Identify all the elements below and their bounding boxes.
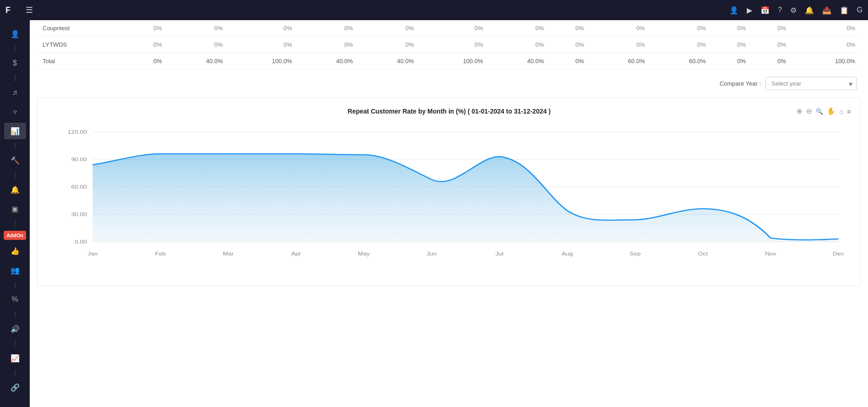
- svg-text:Apr: Apr: [291, 251, 301, 256]
- data-table: Coupntest 0% 0% 0% 0% 0% 0% 0% 0% 0% 0% …: [39, 20, 859, 70]
- sidebar-item-trending[interactable]: 📈: [4, 350, 26, 366]
- svg-text:120.00: 120.00: [68, 129, 87, 135]
- table-cell: 0%: [790, 37, 859, 53]
- play-icon[interactable]: ▶: [747, 6, 752, 15]
- sidebar-dots-4[interactable]: ⋮: [12, 171, 18, 179]
- table-cell: 0%: [487, 37, 548, 53]
- row-label: LYTWDS: [39, 37, 125, 53]
- app-logo: F: [5, 5, 26, 15]
- table-cell: 100.0%: [790, 53, 859, 70]
- sidebar-dots-6[interactable]: ⋮: [12, 281, 18, 288]
- table-cell: 0%: [296, 37, 356, 53]
- sidebar-item-music[interactable]: ♬: [4, 84, 26, 101]
- table-cell: 40.0%: [487, 53, 548, 70]
- compare-year-label: Compare Year :: [720, 80, 761, 87]
- table-cell: 0%: [417, 37, 486, 53]
- person-icon: 👥: [11, 266, 20, 275]
- trending-icon: 📈: [11, 354, 20, 363]
- sidebar: 👤 ⋮ $ ⋮ ♬ ▿ 📊 ⋮ 🔨 ⋮ 🔔 ▣ ⋮ AddOn 👍 👥 ⋮ % …: [0, 20, 30, 407]
- sidebar-item-board[interactable]: ▣: [4, 201, 26, 217]
- table-row: LYTWDS 0% 0% 0% 0% 0% 0% 0% 0% 0% 0% 0% …: [39, 37, 859, 53]
- user-sidebar-icon: 👤: [11, 30, 20, 38]
- svg-text:Oct: Oct: [698, 251, 708, 256]
- clipboard-icon[interactable]: 📋: [840, 6, 849, 15]
- table-cell: 0%: [749, 37, 790, 53]
- table-cell: 0%: [548, 20, 588, 37]
- zoom-out-icon[interactable]: ⊖: [806, 107, 812, 115]
- sidebar-item-dollar[interactable]: $: [4, 55, 26, 71]
- sidebar-item-filter[interactable]: ▿: [4, 103, 26, 120]
- table-row: Coupntest 0% 0% 0% 0% 0% 0% 0% 0% 0% 0% …: [39, 20, 859, 37]
- sidebar-dots-5[interactable]: ⋮: [12, 220, 18, 227]
- table-cell: 0%: [125, 53, 166, 70]
- sidebar-dots-9[interactable]: ⋮: [12, 369, 18, 376]
- zoom-in-icon[interactable]: ⊕: [797, 107, 803, 115]
- chart-area: [92, 154, 838, 242]
- sidebar-item-tools[interactable]: 🔨: [4, 152, 26, 168]
- chart-svg: 120.00 90.00 60.00 30.00 0.00 Jan: [47, 123, 851, 278]
- svg-text:Dec: Dec: [833, 251, 844, 256]
- table-row-total: Total 0% 40.0% 100.0% 40.0% 40.0% 100.0%…: [39, 53, 859, 70]
- sidebar-dots-2[interactable]: ⋮: [12, 74, 18, 81]
- sidebar-item-percent[interactable]: %: [4, 291, 26, 308]
- chart-container: 120.00 90.00 60.00 30.00 0.00 Jan: [47, 123, 851, 278]
- row-label: Coupntest: [39, 20, 125, 37]
- calendar-icon[interactable]: 📅: [760, 6, 770, 15]
- menu-chart-icon[interactable]: ≡: [847, 108, 851, 115]
- table-cell: 0%: [710, 53, 750, 70]
- table-cell: 60.0%: [648, 53, 709, 70]
- chart-header: Repeat Customer Rate by Month in (%) ( 0…: [47, 107, 851, 115]
- speaker-icon: 🔊: [11, 325, 20, 333]
- home-chart-icon[interactable]: ⌂: [839, 108, 843, 115]
- bell-icon: 🔔: [11, 185, 20, 194]
- notification-icon[interactable]: 🔔: [805, 6, 814, 15]
- table-cell: 0%: [356, 20, 417, 37]
- sidebar-dots-3[interactable]: ⋮: [12, 142, 18, 149]
- sidebar-dots-1[interactable]: ⋮: [12, 45, 18, 52]
- hamburger-icon[interactable]: ☰: [26, 5, 33, 15]
- row-label: Total: [39, 53, 125, 70]
- table-cell: 0%: [588, 20, 648, 37]
- svg-text:0.00: 0.00: [75, 239, 87, 244]
- megaphone-icon[interactable]: 📤: [822, 6, 831, 15]
- settings-icon[interactable]: ⚙: [790, 6, 797, 15]
- sidebar-item-thumbs[interactable]: 👍: [4, 243, 26, 259]
- table-cell: 60.0%: [588, 53, 648, 70]
- select-year-wrapper: Select year 2023 2022 2021: [766, 77, 857, 90]
- table-cell: 40.0%: [356, 53, 417, 70]
- table-cell: 0%: [710, 20, 750, 37]
- sidebar-item-speaker[interactable]: 🔊: [4, 320, 26, 337]
- pan-icon[interactable]: ✋: [827, 107, 836, 115]
- percent-icon: %: [11, 295, 18, 304]
- table-cell: 100.0%: [417, 53, 486, 70]
- sidebar-dots-8[interactable]: ⋮: [12, 340, 18, 347]
- addon-button[interactable]: AddOn: [4, 231, 26, 240]
- chart-icon: 📊: [11, 127, 20, 136]
- table-section: Coupntest 0% 0% 0% 0% 0% 0% 0% 0% 0% 0% …: [30, 20, 868, 70]
- user-icon[interactable]: 👤: [729, 6, 739, 15]
- sidebar-item-user[interactable]: 👤: [4, 26, 26, 42]
- table-cell: 0%: [487, 20, 548, 37]
- table-cell: 40.0%: [296, 53, 356, 70]
- svg-text:60.00: 60.00: [71, 184, 87, 190]
- help-icon[interactable]: ?: [778, 6, 782, 14]
- table-cell: 0%: [125, 20, 166, 37]
- search-chart-icon[interactable]: 🔍: [816, 108, 823, 115]
- table-cell: 0%: [226, 37, 296, 53]
- svg-text:Sep: Sep: [630, 251, 641, 256]
- sidebar-item-bell[interactable]: 🔔: [4, 181, 26, 198]
- svg-text:Jun: Jun: [426, 251, 437, 256]
- select-year-dropdown[interactable]: Select year 2023 2022 2021: [766, 77, 857, 90]
- dollar-icon: $: [13, 59, 17, 67]
- table-cell: 0%: [749, 20, 790, 37]
- sidebar-item-person[interactable]: 👥: [4, 262, 26, 278]
- sidebar-dots-7[interactable]: ⋮: [12, 310, 18, 318]
- table-cell: 0%: [226, 20, 296, 37]
- table-cell: 0%: [790, 20, 859, 37]
- chart-toolbar: ⊕ ⊖ 🔍 ✋ ⌂ ≡: [797, 107, 851, 115]
- table-cell: 0%: [356, 37, 417, 53]
- thumbs-up-icon: 👍: [11, 247, 20, 255]
- sidebar-item-chart[interactable]: 📊: [4, 123, 26, 139]
- sidebar-item-link[interactable]: 🔗: [4, 379, 26, 396]
- main-content: Coupntest 0% 0% 0% 0% 0% 0% 0% 0% 0% 0% …: [30, 20, 868, 407]
